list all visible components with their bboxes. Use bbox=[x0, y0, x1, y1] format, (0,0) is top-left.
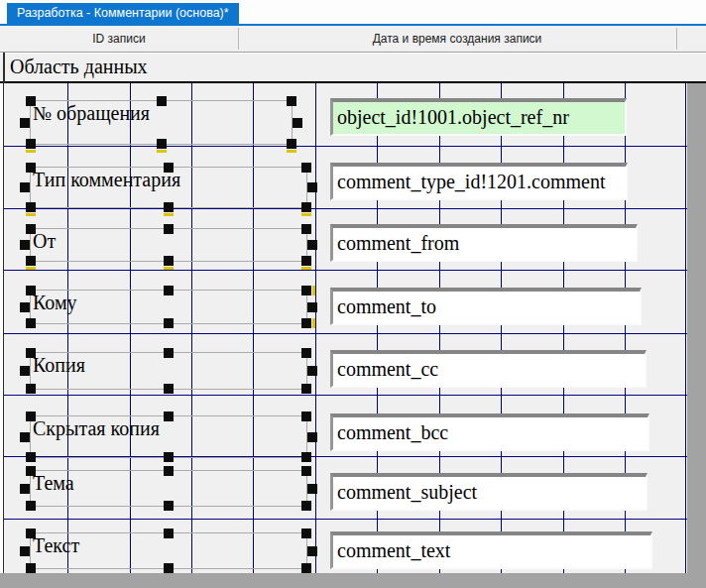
selection-handle[interactable] bbox=[307, 302, 317, 312]
grid-line-horizontal bbox=[4, 395, 687, 396]
form-field-label[interactable]: Текст bbox=[30, 532, 307, 569]
selection-handle[interactable] bbox=[26, 224, 36, 234]
selection-handle[interactable] bbox=[164, 529, 174, 538]
selection-handle[interactable] bbox=[20, 484, 30, 494]
selection-handle[interactable] bbox=[20, 118, 30, 128]
selection-handle[interactable] bbox=[287, 139, 296, 149]
selection-handle[interactable] bbox=[307, 484, 317, 494]
anchor-mark bbox=[157, 150, 167, 153]
selection-handle[interactable] bbox=[26, 563, 36, 573]
form-field-label[interactable]: Кому bbox=[30, 290, 307, 324]
anchor-mark bbox=[164, 213, 174, 216]
selection-handle[interactable] bbox=[164, 563, 174, 573]
selection-handle[interactable] bbox=[301, 286, 311, 295]
form-field-input[interactable]: comment_to bbox=[330, 288, 642, 325]
selection-handle[interactable] bbox=[301, 224, 311, 234]
selection-handle[interactable] bbox=[20, 182, 30, 192]
field-value-text: comment_subject bbox=[333, 477, 646, 507]
design-canvas[interactable]: № обращения object_id!1001.object_ref_nr… bbox=[4, 83, 687, 573]
form-field-label[interactable]: От bbox=[30, 228, 307, 262]
selection-handle[interactable] bbox=[20, 302, 30, 312]
form-field-label[interactable]: Тип комментария bbox=[30, 167, 307, 208]
selection-handle[interactable] bbox=[26, 318, 36, 328]
grid-line-horizontal bbox=[4, 333, 687, 334]
selection-handle[interactable] bbox=[307, 240, 317, 250]
selection-handle[interactable] bbox=[26, 412, 36, 421]
form-field-label[interactable]: № обращения bbox=[30, 100, 293, 145]
selection-handle[interactable] bbox=[164, 412, 174, 421]
selection-handle[interactable] bbox=[301, 348, 311, 358]
selection-handle[interactable] bbox=[301, 501, 311, 511]
selection-handle[interactable] bbox=[301, 163, 311, 173]
selection-handle[interactable] bbox=[307, 546, 317, 556]
anchor-mark bbox=[312, 318, 315, 328]
field-value-text: comment_bcc bbox=[333, 417, 647, 447]
anchor-mark bbox=[26, 150, 36, 153]
selection-handle[interactable] bbox=[164, 348, 174, 358]
selection-handle[interactable] bbox=[20, 240, 30, 250]
selection-handle[interactable] bbox=[307, 366, 317, 376]
form-field-input[interactable]: comment_subject bbox=[330, 473, 647, 511]
selection-handle[interactable] bbox=[164, 202, 174, 212]
selection-handle[interactable] bbox=[164, 224, 174, 234]
selection-handle[interactable] bbox=[301, 256, 311, 266]
selection-handle[interactable] bbox=[20, 366, 30, 376]
selection-handle[interactable] bbox=[164, 163, 174, 173]
selection-handle[interactable] bbox=[301, 529, 311, 538]
anchor-mark bbox=[26, 267, 36, 270]
selection-handle[interactable] bbox=[26, 529, 36, 538]
grid-line-horizontal bbox=[4, 208, 687, 209]
selection-handle[interactable] bbox=[26, 452, 36, 462]
selection-handle[interactable] bbox=[26, 202, 36, 212]
selection-handle[interactable] bbox=[26, 163, 36, 173]
selection-handle[interactable] bbox=[287, 96, 296, 106]
form-field-input[interactable]: comment_bcc bbox=[330, 413, 649, 451]
form-field-input[interactable]: comment_cc bbox=[330, 350, 647, 388]
selection-handle[interactable] bbox=[26, 286, 36, 295]
grid-line-horizontal bbox=[4, 519, 687, 520]
selection-handle[interactable] bbox=[20, 546, 30, 556]
selection-handle[interactable] bbox=[157, 96, 167, 106]
selection-handle[interactable] bbox=[26, 256, 36, 266]
form-field-label[interactable]: Тема bbox=[30, 470, 307, 507]
selection-handle[interactable] bbox=[307, 432, 317, 442]
data-area-frame-header: Область данных bbox=[0, 54, 706, 83]
selection-handle[interactable] bbox=[26, 139, 36, 149]
grid-line-horizontal bbox=[4, 270, 687, 271]
selection-handle[interactable] bbox=[164, 384, 174, 394]
field-value-text: comment_from bbox=[333, 228, 636, 258]
form-field-input[interactable]: comment_from bbox=[330, 224, 638, 262]
selection-handle[interactable] bbox=[26, 384, 36, 394]
selection-handle[interactable] bbox=[20, 432, 30, 442]
grid-line-vertical bbox=[315, 83, 316, 573]
form-field-label[interactable]: Скрытая копия bbox=[30, 415, 307, 458]
selection-handle[interactable] bbox=[164, 501, 174, 511]
form-field-label[interactable]: Копия bbox=[30, 352, 307, 390]
selection-handle[interactable] bbox=[301, 318, 311, 328]
selection-handle[interactable] bbox=[164, 466, 174, 476]
form-field-input[interactable]: comment_type_id!1201.comment bbox=[330, 163, 628, 200]
selection-handle[interactable] bbox=[26, 501, 36, 511]
anchor-mark bbox=[301, 213, 311, 216]
column-separator bbox=[676, 28, 677, 50]
tab-development-comments[interactable]: Разработка - Комментарии (основа)* bbox=[7, 3, 239, 24]
selection-handle[interactable] bbox=[26, 466, 36, 476]
selection-handle[interactable] bbox=[301, 466, 311, 476]
selection-handle[interactable] bbox=[164, 318, 174, 328]
selection-handle[interactable] bbox=[164, 286, 174, 295]
form-field-input[interactable]: object_id!1001.object_ref_nr bbox=[330, 98, 627, 136]
selection-handle[interactable] bbox=[301, 412, 311, 421]
selection-handle[interactable] bbox=[301, 563, 311, 573]
selection-handle[interactable] bbox=[301, 384, 311, 394]
selection-handle[interactable] bbox=[157, 139, 167, 149]
form-field-input[interactable]: comment_text bbox=[330, 531, 652, 569]
selection-handle[interactable] bbox=[164, 452, 174, 462]
selection-handle[interactable] bbox=[26, 348, 36, 358]
selection-handle[interactable] bbox=[26, 96, 36, 106]
form-designer-window: Разработка - Комментарии (основа)* ID за… bbox=[0, 0, 706, 588]
selection-handle[interactable] bbox=[307, 182, 317, 192]
selection-handle[interactable] bbox=[301, 452, 311, 462]
selection-handle[interactable] bbox=[301, 202, 311, 212]
selection-handle[interactable] bbox=[293, 118, 302, 128]
selection-handle[interactable] bbox=[164, 256, 174, 266]
